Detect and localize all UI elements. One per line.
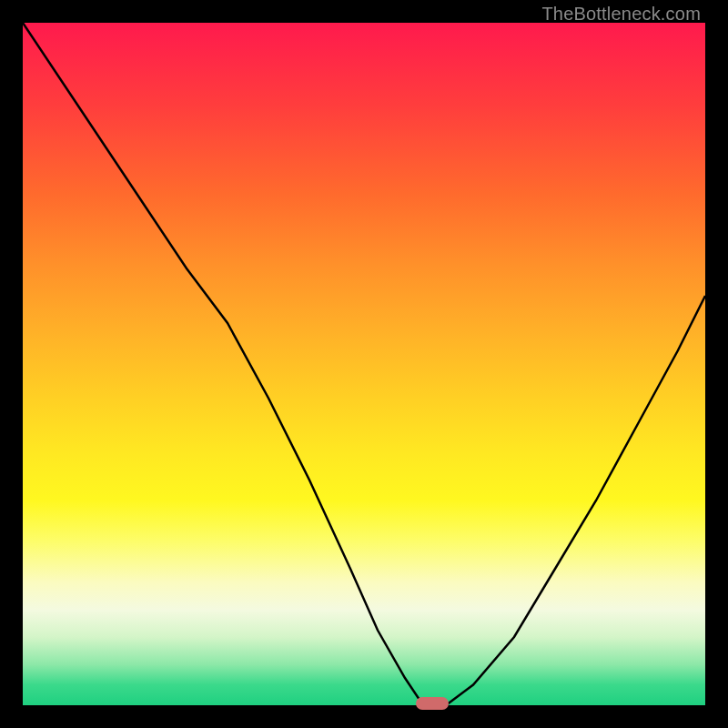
watermark-text: TheBottleneck.com — [541, 4, 701, 25]
optimal-marker — [416, 697, 449, 710]
bottleneck-curve — [23, 23, 705, 705]
chart-container: TheBottleneck.com — [0, 0, 728, 728]
plot-area — [23, 23, 705, 705]
